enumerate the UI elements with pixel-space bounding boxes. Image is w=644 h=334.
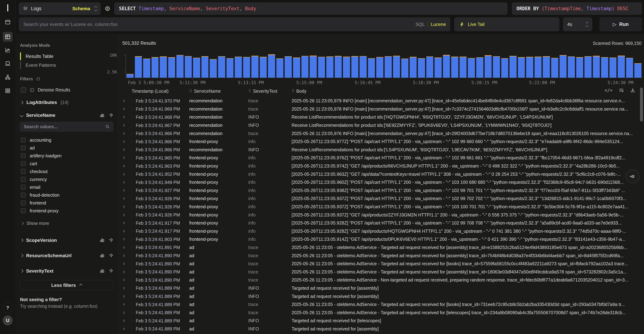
table-row[interactable]: Feb 3 5:24:41.967 PMrecommendationINFORe… (118, 121, 644, 130)
expand-row-chevron-icon[interactable] (122, 108, 132, 111)
analysis-mode-event-patterns[interactable]: Event Patterns (20, 61, 113, 70)
search-input[interactable] (23, 21, 412, 27)
table-row[interactable]: Feb 3 5:24:41.889 PMadtrace2025-05-26 11… (118, 300, 644, 309)
table-row[interactable]: Feb 3 5:24:41.891 PMadtrace2025-05-26 11… (118, 243, 644, 252)
less-filters-button[interactable]: Less filters (20, 280, 113, 290)
expand-row-chevron-icon[interactable] (122, 270, 132, 273)
histogram-bar[interactable] (343, 57, 350, 78)
histogram-bar[interactable] (360, 56, 367, 78)
expand-row-chevron-icon[interactable] (122, 173, 132, 176)
column-header-body[interactable]: ⠿Body (292, 89, 644, 94)
expand-row-chevron-icon[interactable] (122, 238, 132, 241)
checkbox[interactable] (21, 153, 26, 158)
histogram-bar[interactable] (126, 74, 134, 78)
expand-row-chevron-icon[interactable] (122, 156, 132, 159)
filter-group-resourceschemaurl[interactable]: ResourceSchemaUrl (20, 248, 113, 263)
bar-chart-icon[interactable] (100, 238, 105, 243)
histogram-bar[interactable] (168, 57, 175, 78)
denoise-results-row[interactable]: Denoise Results (21, 87, 70, 93)
expand-row-chevron-icon[interactable] (122, 197, 132, 200)
histogram-bar[interactable] (152, 57, 159, 78)
histogram-bar[interactable] (576, 57, 583, 78)
expand-row-chevron-icon[interactable] (122, 205, 132, 208)
table-row[interactable]: Feb 3 5:24:41.903 PMfrontend-proxyinfo[2… (118, 235, 644, 243)
histogram-bar[interactable] (460, 57, 467, 78)
histogram-bar[interactable] (218, 56, 225, 78)
drag-handle-icon[interactable]: ⠿ (292, 89, 294, 93)
column-header-timestamp[interactable]: Timestamp (Local) (132, 89, 189, 94)
table-row[interactable]: Feb 3 5:24:41.966 PMrecommendationtrace2… (118, 129, 644, 138)
histogram-bar[interactable] (260, 57, 267, 78)
table-row[interactable]: Feb 3 5:24:41.926 PMfrontend-proxyinfo[2… (118, 194, 644, 203)
help-button[interactable]: ? (2, 303, 13, 313)
histogram-bar[interactable] (401, 59, 408, 78)
histogram-bar[interactable] (476, 57, 483, 78)
drag-handle-icon[interactable]: ⠿ (248, 89, 251, 93)
table-row[interactable]: Feb 3 5:24:41.963 PMfrontend-proxyinfo[2… (118, 162, 644, 170)
expand-row-chevron-icon[interactable] (122, 278, 132, 282)
histogram-bar[interactable] (210, 59, 217, 78)
histogram-bar[interactable] (493, 56, 500, 78)
expand-row-chevron-icon[interactable] (122, 287, 132, 290)
table-row[interactable]: Feb 3 5:24:41.890 PMadtrace2025-05-26 11… (118, 268, 644, 276)
client-sessions-icon[interactable] (3, 59, 13, 69)
expand-row-chevron-icon[interactable] (122, 116, 132, 119)
text-wrap-icon[interactable] (618, 88, 624, 93)
table-row[interactable]: Feb 3 5:24:41.889 PMadINFOTargeted ad re… (118, 317, 644, 325)
histogram-bar[interactable] (351, 56, 358, 78)
histogram-bar[interactable] (326, 56, 334, 78)
histogram-bar[interactable] (551, 58, 558, 78)
table-row[interactable]: Feb 3 5:24:41.889 PMadINFOTargeted ad re… (118, 325, 644, 333)
expand-row-chevron-icon[interactable] (122, 213, 132, 216)
refresh-icon[interactable] (36, 77, 40, 81)
histogram-bar[interactable] (443, 55, 450, 78)
histogram-bar[interactable] (310, 56, 317, 78)
interval-stepper-chevrons[interactable] (586, 22, 588, 27)
table-row[interactable]: Feb 3 5:24:41.968 PMrecommendationINFORe… (118, 113, 644, 121)
expand-row-chevron-icon[interactable] (122, 246, 132, 249)
table-row[interactable]: Feb 3 5:24:41.889 PMadINFOTargeted ad re… (118, 292, 644, 300)
checkbox[interactable] (21, 161, 26, 166)
bar-chart-icon[interactable] (100, 113, 105, 118)
histogram-bar[interactable] (293, 57, 300, 78)
refresh-interval-select[interactable]: 4s (563, 17, 592, 31)
show-more-toggle[interactable]: Show more (21, 221, 49, 226)
results-histogram[interactable]: 10K2.5KFeb 3 5:09:30 PM5:11:30 PM5:13:15… (118, 50, 644, 82)
checkbox[interactable] (21, 145, 26, 150)
histogram-bar[interactable] (160, 56, 167, 78)
lucene-mode-option[interactable]: Lucene (431, 22, 446, 27)
traces-flow-icon[interactable] (3, 72, 13, 82)
histogram-bar[interactable] (434, 57, 442, 78)
histogram-bar[interactable] (593, 56, 600, 78)
expand-row-chevron-icon[interactable] (122, 328, 132, 331)
expand-row-chevron-icon[interactable] (122, 99, 132, 102)
table-row[interactable]: Feb 3 5:24:41.890 PMadtrace2025-05-26 11… (118, 260, 644, 268)
histogram-bar[interactable] (543, 56, 550, 78)
orderby-clause-editor[interactable]: ORDER BY (TimestampTime, Timestamp) DESC (512, 2, 642, 15)
checkbox[interactable] (21, 169, 26, 174)
histogram-plot-area[interactable]: 10K2.5KFeb 3 5:09:30 PM5:11:30 PM5:13:15… (126, 54, 642, 78)
denoise-checkbox[interactable] (21, 87, 26, 93)
histogram-bar[interactable] (534, 57, 542, 78)
histogram-bar[interactable] (610, 57, 617, 78)
table-row[interactable]: Feb 3 5:24:41.917 PMfrontend-proxyinfo[2… (118, 219, 644, 227)
log-attributes-group[interactable]: LogAttributes {14} (20, 100, 68, 105)
histogram-bar[interactable] (560, 55, 567, 78)
pin-icon[interactable] (108, 238, 113, 243)
code-view-icon[interactable]: </> (604, 88, 612, 93)
pin-icon[interactable] (108, 268, 113, 273)
histogram-bar[interactable] (268, 54, 275, 78)
histogram-bar[interactable] (584, 56, 592, 78)
histogram-bar[interactable] (484, 55, 492, 78)
histogram-bar[interactable] (501, 58, 508, 78)
gear-icon[interactable]: ⚙ (104, 5, 111, 12)
histogram-bar[interactable] (410, 57, 417, 78)
service-filter-artillery-loadgen[interactable]: artillery-loadgen (21, 152, 113, 160)
table-row[interactable]: Feb 3 5:24:41.890 PMadtrace2025-05-26 11… (118, 251, 644, 260)
service-filter-frontend-proxy[interactable]: frontend-proxy (21, 207, 113, 215)
histogram-bar[interactable] (335, 56, 342, 78)
histogram-bar[interactable] (451, 57, 458, 78)
service-filter-email[interactable]: email (21, 183, 113, 191)
service-filter-checkout[interactable]: checkout (21, 167, 113, 175)
checkbox[interactable] (21, 177, 26, 182)
